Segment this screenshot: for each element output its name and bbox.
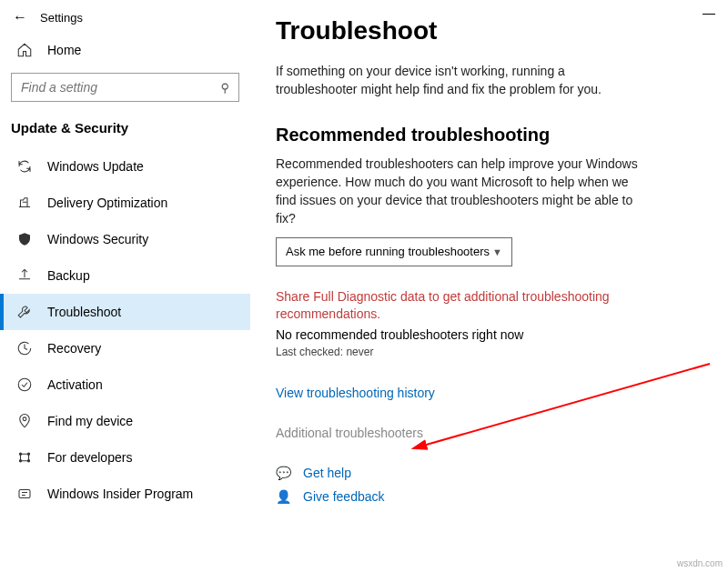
last-checked-text: Last checked: never <box>276 346 701 358</box>
svg-point-1 <box>23 417 26 421</box>
feedback-icon: 👤 <box>276 489 292 504</box>
nav-item-label: Windows Insider Program <box>47 487 193 501</box>
nav-item-label: For developers <box>47 450 132 465</box>
nav-item-label: Activation <box>47 377 103 392</box>
share-diagnostic-link[interactable]: Share Full Diagnostic data to get additi… <box>276 288 622 324</box>
nav-item-label: Find my device <box>47 414 133 428</box>
chat-icon: 💬 <box>276 466 292 480</box>
nav-item-windows-insider[interactable]: Windows Insider Program <box>0 476 250 512</box>
nav-home-label: Home <box>47 43 81 57</box>
delivery-icon <box>16 195 33 211</box>
svg-point-0 <box>18 378 31 391</box>
nav-item-for-developers[interactable]: For developers <box>0 439 250 476</box>
nav-item-label: Recovery <box>47 341 101 356</box>
no-recommended-text: No recommended troubleshooters right now <box>276 327 701 342</box>
section-heading: Update & Security <box>0 115 250 148</box>
sidebar: ← Settings Home ⚲ Update & Security Wind… <box>0 0 250 572</box>
activation-icon <box>16 376 33 393</box>
nav-item-windows-update[interactable]: Windows Update <box>0 148 250 185</box>
view-history-link[interactable]: View troubleshooting history <box>276 386 701 400</box>
watermark: wsxdn.com <box>677 558 723 568</box>
nav-item-label: Windows Security <box>47 232 148 246</box>
minimize-button[interactable]: — <box>703 5 715 20</box>
developers-icon <box>16 449 33 466</box>
app-title: Settings <box>40 11 83 25</box>
svg-rect-6 <box>19 490 30 498</box>
get-help-link[interactable]: 💬 Get help <box>276 466 701 480</box>
dropdown-value: Ask me before running troubleshooters <box>286 245 490 258</box>
back-button[interactable]: ← <box>13 9 27 25</box>
backup-icon <box>16 267 33 284</box>
recovery-icon <box>16 340 33 356</box>
additional-troubleshooters-link[interactable]: Additional troubleshooters <box>276 426 701 440</box>
recommended-heading: Recommended troubleshooting <box>276 125 701 146</box>
troubleshoot-icon <box>16 304 33 320</box>
nav-item-windows-security[interactable]: Windows Security <box>0 221 250 257</box>
shield-icon <box>16 231 33 247</box>
search-icon: ⚲ <box>220 81 229 95</box>
home-icon <box>16 42 33 58</box>
get-help-label: Get help <box>303 466 351 480</box>
nav-item-find-my-device[interactable]: Find my device <box>0 403 250 439</box>
nav-item-label: Windows Update <box>47 159 144 174</box>
insider-icon <box>16 486 33 502</box>
search-input-container[interactable]: ⚲ <box>11 73 239 102</box>
nav-item-label: Delivery Optimization <box>47 196 167 210</box>
intro-text: If something on your device isn't workin… <box>276 62 640 99</box>
search-input[interactable] <box>21 80 198 95</box>
troubleshoot-preference-dropdown[interactable]: Ask me before running troubleshooters ▼ <box>276 237 512 266</box>
nav-item-delivery-optimization[interactable]: Delivery Optimization <box>0 185 250 221</box>
nav-item-activation[interactable]: Activation <box>0 366 250 403</box>
recommended-desc: Recommended troubleshooters can help imp… <box>276 155 640 228</box>
nav-home[interactable]: Home <box>0 33 250 67</box>
sync-icon <box>16 158 33 175</box>
nav-list: Windows Update Delivery Optimization Win… <box>0 148 250 512</box>
nav-item-troubleshoot[interactable]: Troubleshoot <box>0 294 250 330</box>
nav-item-backup[interactable]: Backup <box>0 257 250 294</box>
main-content: Troubleshoot If something on your device… <box>250 0 728 572</box>
chevron-down-icon: ▼ <box>492 246 502 257</box>
location-icon <box>16 413 33 429</box>
nav-item-recovery[interactable]: Recovery <box>0 330 250 366</box>
give-feedback-link[interactable]: 👤 Give feedback <box>276 489 701 504</box>
nav-item-label: Backup <box>47 268 90 283</box>
page-title: Troubleshoot <box>276 16 701 45</box>
nav-item-label: Troubleshoot <box>47 305 121 319</box>
give-feedback-label: Give feedback <box>303 489 385 504</box>
